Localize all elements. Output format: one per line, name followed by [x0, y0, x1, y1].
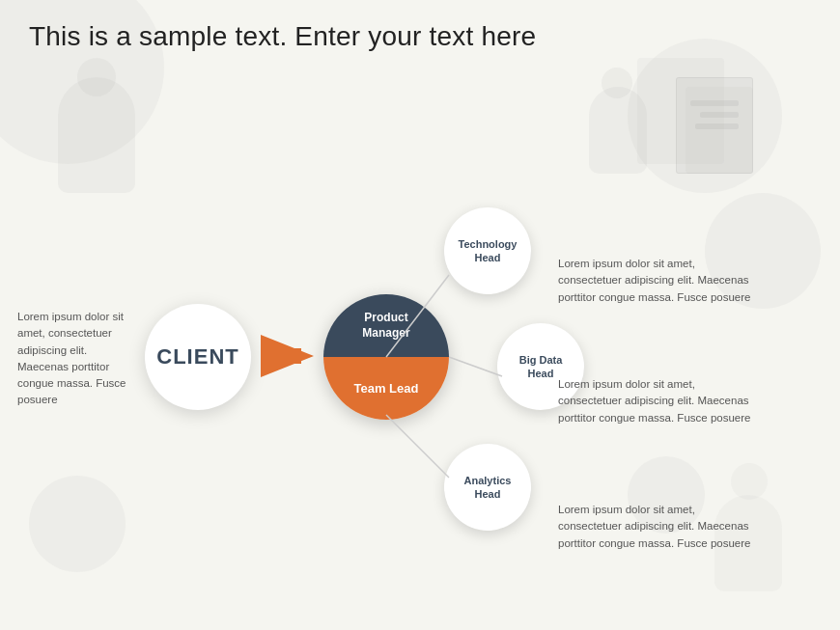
description-analytics: Lorem ipsum dolor sit amet, consectetuer…	[558, 502, 761, 552]
description-technology: Lorem ipsum dolor sit amet, consectetuer…	[558, 256, 761, 306]
diagram-area: Lorem ipsum dolor sit amet, consectetuer…	[0, 116, 840, 630]
description-left: Lorem ipsum dolor sit amet, consectetuer…	[17, 309, 138, 409]
center-circle: Product Manager Team Lead	[323, 294, 449, 420]
description-bigdata: Lorem ipsum dolor sit amet, consectetuer…	[558, 376, 761, 426]
product-manager-label: Product Manager	[362, 311, 409, 341]
arrow	[261, 342, 319, 370]
client-circle: CLIENT	[145, 304, 251, 410]
arrow-shape	[261, 335, 314, 377]
technology-head-label: Technology Head	[459, 237, 518, 265]
page-title: This is a sample text. Enter your text h…	[29, 21, 536, 52]
svg-line-1	[449, 357, 502, 376]
bigdata-head-label: Big Data Head	[519, 353, 563, 381]
client-label: CLIENT	[156, 344, 238, 370]
technology-head-circle: Technology Head	[444, 207, 531, 294]
analytics-head-label: Analytics Head	[464, 474, 512, 502]
analytics-head-circle: Analytics Head	[444, 444, 531, 531]
center-top: Product Manager	[323, 294, 449, 357]
team-lead-label: Team Lead	[354, 381, 419, 396]
center-bottom: Team Lead	[323, 357, 449, 420]
svg-line-2	[386, 415, 449, 478]
